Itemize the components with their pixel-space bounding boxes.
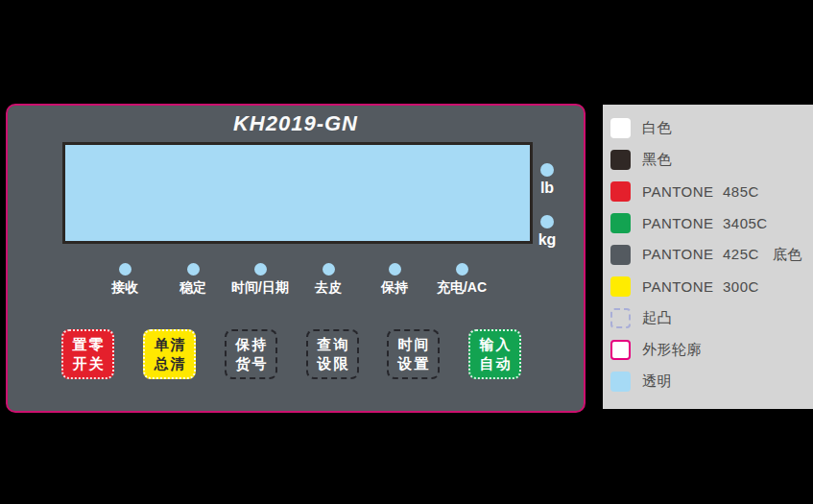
legend-item-pantone-485c: PANTONE 485C (610, 181, 813, 202)
button-label-line2: 设限 (316, 354, 350, 373)
legend-label: 透明 (642, 372, 672, 391)
led-label: 稳定 (179, 279, 206, 297)
button-label-line1: 保持 (234, 335, 269, 354)
color-swatch (610, 340, 631, 360)
model-title: KH2019-GN (8, 111, 584, 136)
legend-label: 白色 (642, 119, 672, 137)
led-dot (389, 263, 401, 276)
status-led-charge-ac: 充电/AC (421, 263, 502, 297)
legend-label: PANTONE 485C (642, 183, 759, 200)
led-dot (119, 263, 132, 276)
lcd-display (62, 142, 533, 244)
button-hold-item[interactable]: 保持 货号 (225, 329, 277, 379)
button-clear[interactable]: 单清 总清 (143, 329, 196, 379)
button-label-line1: 输入 (478, 335, 513, 354)
legend-item-outline: 外形轮廓 (610, 340, 813, 360)
button-label-line1: 置零 (71, 335, 106, 354)
button-label-line1: 单清 (153, 335, 187, 354)
led-label: 保持 (381, 279, 408, 297)
legend-label: PANTONE 300C (642, 278, 759, 295)
unit-label-kg: kg (538, 231, 557, 249)
color-legend: 白色 黑色 PANTONE 485C PANTONE 3405C PANTONE… (603, 105, 813, 409)
unit-label-lb: lb (540, 180, 554, 197)
button-label-line1: 查询 (316, 335, 350, 354)
legend-label: PANTONE 3405C (642, 215, 768, 231)
button-label-line2: 开关 (71, 354, 106, 373)
indicator-front-panel: KH2019-GN lb kg 接收 稳定 时间/日期 去皮 保持 充电/AC … (6, 104, 586, 413)
legend-item-black: 黑色 (610, 150, 813, 170)
color-swatch (610, 150, 631, 170)
color-swatch (610, 308, 631, 328)
led-dot (323, 263, 335, 276)
button-label-line2: 总清 (153, 354, 187, 373)
color-swatch (610, 372, 631, 392)
button-zero-power[interactable]: 置零 开关 (61, 329, 114, 379)
button-query-limit[interactable]: 查询 设限 (306, 329, 359, 379)
legend-label: 起凸 (642, 309, 672, 327)
button-label-line2: 货号 (234, 354, 269, 373)
unit-indicator-kg: kg (528, 215, 566, 249)
button-input-auto[interactable]: 输入 自动 (468, 329, 521, 379)
unit-indicator-lb: lb (528, 163, 566, 197)
legend-item-transparent: 透明 (610, 372, 813, 392)
color-swatch (610, 245, 631, 265)
kg-led-dot (540, 215, 554, 228)
button-label-line2: 自动 (478, 354, 513, 373)
legend-label: PANTONE 425C 底色 (642, 246, 802, 264)
color-swatch (610, 213, 631, 233)
legend-item-pantone-425c: PANTONE 425C 底色 (610, 245, 813, 265)
legend-item-white: 白色 (610, 118, 813, 138)
led-dot (187, 263, 200, 276)
led-dot (456, 263, 468, 276)
color-swatch (610, 181, 631, 202)
led-dot (254, 263, 267, 276)
button-time-setting[interactable]: 时间 设置 (387, 329, 440, 379)
led-label: 接收 (111, 279, 138, 297)
color-swatch (610, 276, 631, 297)
led-label: 去皮 (315, 279, 342, 297)
legend-item-emboss: 起凸 (610, 308, 813, 328)
legend-item-pantone-3405c: PANTONE 3405C (610, 213, 813, 233)
button-label-line2: 设置 (396, 354, 431, 373)
led-label: 充电/AC (437, 279, 487, 297)
legend-item-pantone-300c: PANTONE 300C (610, 276, 813, 297)
button-label-line1: 时间 (396, 335, 431, 354)
legend-label: 外形轮廓 (642, 341, 702, 359)
color-swatch (610, 118, 631, 138)
lb-led-dot (540, 163, 554, 177)
legend-label: 黑色 (642, 151, 672, 169)
led-label: 时间/日期 (231, 279, 289, 297)
